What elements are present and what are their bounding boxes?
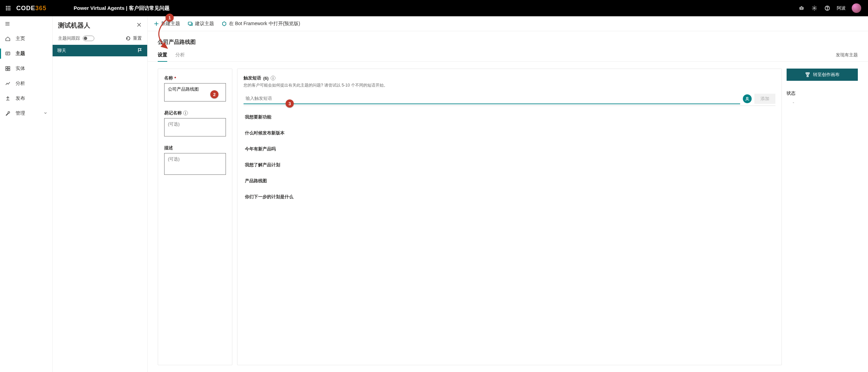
logo-text-accent: 365	[35, 5, 46, 12]
friendly-name-input[interactable]	[164, 118, 226, 136]
suggest-topic-label: 建议主题	[195, 21, 214, 27]
svg-rect-22	[6, 67, 7, 68]
trigger-phrase-item[interactable]: 今年有新产品吗	[244, 141, 775, 157]
svg-point-7	[8, 10, 8, 10]
tab-settings[interactable]: 设置	[158, 52, 167, 61]
svg-point-11	[801, 8, 801, 9]
suggest-icon	[188, 21, 193, 26]
sidebar-item-topics[interactable]: 主题	[0, 46, 52, 61]
bot-icon[interactable]	[798, 5, 805, 12]
svg-rect-35	[807, 76, 808, 77]
track-topics-toggle[interactable]	[83, 36, 94, 41]
sidebar-item-label: 主页	[16, 36, 25, 42]
name-input[interactable]	[164, 83, 226, 101]
description-input[interactable]	[164, 153, 226, 175]
svg-rect-31	[188, 22, 192, 25]
avatar[interactable]	[852, 3, 861, 13]
svg-point-13	[814, 7, 815, 9]
svg-point-15	[827, 9, 827, 10]
reset-label: 重置	[133, 35, 142, 41]
trigger-phrases-card: 触发短语 (6) i 您的客户可能会如何提出有关此主题的问题? 请尝试以 5-1…	[237, 69, 782, 365]
plus-icon	[154, 21, 159, 26]
topics-icon	[5, 51, 11, 57]
add-phrase-button[interactable]: 添加	[754, 94, 775, 104]
svg-point-8	[9, 10, 10, 10]
svg-rect-19	[6, 52, 10, 55]
chevron-down-icon	[43, 111, 47, 116]
topic-details-card: 名称* 易记名称 i 描述	[158, 69, 232, 365]
trigger-phrase-item[interactable]: 产品路线图	[244, 173, 775, 189]
sidebar-item-label: 主题	[16, 51, 25, 57]
svg-rect-33	[806, 73, 807, 74]
status-label: 状态	[787, 90, 858, 96]
svg-point-5	[9, 8, 10, 8]
left-nav: 主页 主题 实体 分析 发布 管理	[0, 16, 53, 372]
waffle-icon[interactable]	[3, 3, 14, 14]
user-icon	[743, 94, 752, 103]
open-bf-label: 在 Bot Framework 中打开(预览版)	[229, 21, 300, 27]
bot-framework-icon	[221, 21, 227, 26]
suggest-topic-button[interactable]: 建议主题	[188, 21, 214, 27]
sidebar-item-analytics[interactable]: 分析	[0, 76, 52, 91]
goto-canvas-button[interactable]: 转至创作画布	[787, 69, 858, 81]
topic-title: 公司产品路线图	[148, 31, 868, 48]
test-bot-panel: 测试机器人 主题间跟踪 重置 聊天	[53, 16, 148, 372]
svg-point-2	[9, 6, 10, 7]
info-icon[interactable]: i	[271, 76, 275, 80]
tab-bar: 设置 分析 发现有主题	[148, 48, 868, 62]
test-bot-heading: 测试机器人	[58, 21, 90, 30]
top-bar: CODE365 Power Virtual Agents | 客户回访常见问题 …	[0, 0, 868, 16]
trigger-phrase-item[interactable]: 你们下一步的计划是什么	[244, 189, 775, 205]
open-bot-framework-button[interactable]: 在 Bot Framework 中打开(预览版)	[221, 21, 300, 27]
command-bar: 新建主题 建议主题 在 Bot Framework 中打开(预览版)	[148, 16, 868, 31]
gear-icon[interactable]	[811, 5, 818, 12]
reset-button[interactable]: 重置	[126, 35, 142, 41]
svg-point-4	[8, 8, 8, 8]
brand-logo: CODE365	[16, 5, 46, 12]
trigger-phrase-input[interactable]	[244, 93, 740, 104]
sidebar-item-home[interactable]: 主页	[0, 31, 52, 46]
chat-label: 聊天	[57, 48, 66, 54]
nav-collapse-icon[interactable]	[0, 16, 52, 31]
new-topic-button[interactable]: 新建主题	[154, 21, 180, 27]
user-name[interactable]: 阿波	[837, 5, 846, 11]
main-area: 1 2 3 新建主题 建议主题 在 Bot Framework 中打开(预览版)	[148, 16, 868, 372]
tab-analytics[interactable]: 分析	[175, 52, 185, 61]
close-icon[interactable]	[136, 22, 142, 29]
svg-point-3	[6, 8, 7, 8]
description-label: 描述	[164, 145, 226, 151]
friendly-name-label: 易记名称 i	[164, 110, 226, 116]
trigger-heading: 触发短语	[244, 75, 261, 81]
svg-rect-23	[8, 67, 10, 68]
publish-icon	[5, 95, 11, 101]
status-value: -	[787, 100, 858, 105]
svg-rect-24	[6, 69, 7, 71]
right-side-panel: 转至创作画布 状态 -	[787, 69, 858, 365]
name-label: 名称*	[164, 75, 226, 81]
sidebar-item-entities[interactable]: 实体	[0, 61, 52, 76]
sidebar-item-publish[interactable]: 发布	[0, 91, 52, 106]
svg-rect-34	[808, 73, 809, 74]
help-icon[interactable]	[824, 5, 831, 12]
track-topics-label: 主题间跟踪	[58, 35, 80, 41]
manage-icon	[5, 110, 11, 116]
goto-canvas-label: 转至创作画布	[813, 72, 840, 78]
sidebar-item-label: 管理	[16, 110, 25, 116]
trigger-phrase-item[interactable]: 我想要新功能	[244, 109, 775, 125]
existing-topic-hint: 发现有主题	[836, 52, 858, 61]
home-icon	[5, 36, 11, 42]
sidebar-item-manage[interactable]: 管理	[0, 106, 52, 121]
info-icon[interactable]: i	[183, 111, 188, 115]
new-topic-label: 新建主题	[161, 21, 180, 27]
svg-point-6	[6, 10, 7, 10]
trigger-sub: 您的客户可能会如何提出有关此主题的问题? 请尝试以 5-10 个不同的短语开始。	[244, 82, 775, 88]
svg-point-12	[802, 8, 803, 9]
analytics-icon	[5, 80, 11, 87]
trigger-count: (6)	[263, 76, 269, 81]
required-mark: *	[174, 76, 176, 81]
flag-icon[interactable]	[137, 48, 142, 54]
sidebar-item-label: 实体	[16, 66, 25, 72]
trigger-phrase-item[interactable]: 我想了解产品计划	[244, 157, 775, 173]
entities-icon	[5, 66, 11, 72]
trigger-phrase-item[interactable]: 什么时候发布新版本	[244, 125, 775, 141]
